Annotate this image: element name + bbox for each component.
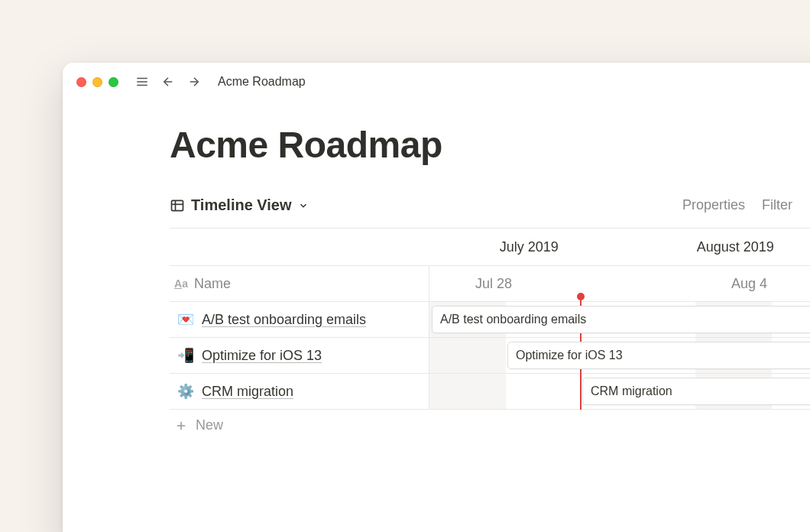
- weekend-shade: [429, 374, 506, 409]
- table-row[interactable]: 💌 A/B test onboarding emails A/B test on…: [170, 302, 810, 338]
- timeline-bar[interactable]: Optimize for iOS 13: [507, 342, 810, 369]
- row-name-cell[interactable]: 📲 Optimize for iOS 13: [170, 338, 429, 373]
- name-header-label: Name: [194, 276, 231, 292]
- weekend-shade: [429, 338, 506, 373]
- bar-label: CRM migration: [591, 384, 672, 398]
- plus-icon: [174, 419, 188, 433]
- row-timeline[interactable]: A/B test onboarding emails: [429, 302, 810, 337]
- row-title: Optimize for iOS 13: [202, 348, 322, 364]
- chevron-down-icon: [298, 200, 309, 211]
- back-button[interactable]: [158, 72, 178, 92]
- month-label: August 2019: [629, 239, 810, 255]
- hamburger-icon: [135, 75, 149, 89]
- breadcrumb[interactable]: Acme Roadmap: [218, 75, 306, 89]
- emoji-icon: 💌: [177, 311, 194, 328]
- row-name-cell[interactable]: ⚙️ CRM migration: [170, 374, 429, 409]
- row-timeline[interactable]: CRM migration: [429, 374, 810, 409]
- window-controls: [76, 77, 118, 87]
- bar-label: Optimize for iOS 13: [516, 349, 623, 362]
- emoji-icon: ⚙️: [177, 383, 194, 400]
- date-label: Jul 28: [475, 276, 512, 292]
- bar-label: A/B test onboarding emails: [440, 313, 586, 326]
- timeline-grid: Aa Name Jul 28 Aug 4 💌 A/B test onboardi…: [170, 265, 810, 433]
- close-icon[interactable]: [76, 77, 86, 87]
- month-header: July 2019 August 2019: [170, 229, 810, 265]
- date-label: Aug 4: [731, 276, 767, 292]
- page-title: Acme Roadmap: [170, 124, 810, 166]
- view-label: Timeline View: [191, 196, 292, 214]
- column-header-row: Aa Name Jul 28 Aug 4: [170, 265, 810, 302]
- row-name-cell[interactable]: 💌 A/B test onboarding emails: [170, 302, 429, 337]
- forward-button[interactable]: [184, 72, 204, 92]
- date-column-header: Jul 28 Aug 4: [429, 266, 810, 301]
- table-row[interactable]: 📲 Optimize for iOS 13 Optimize for iOS 1…: [170, 338, 810, 374]
- view-actions: Properties Filter Sort: [682, 197, 810, 213]
- month-label: July 2019: [429, 239, 629, 255]
- row-timeline[interactable]: Optimize for iOS 13: [429, 338, 810, 373]
- timeline-body: 💌 A/B test onboarding emails A/B test on…: [170, 302, 810, 410]
- maximize-icon[interactable]: [109, 77, 118, 87]
- page-content: Acme Roadmap Timeline View Properties Fi…: [63, 101, 810, 433]
- app-window: Acme Roadmap Acme Roadmap Timeline View …: [63, 63, 810, 532]
- text-property-icon: Aa: [174, 277, 188, 290]
- emoji-icon: 📲: [177, 347, 194, 364]
- view-toolbar: Timeline View Properties Filter Sort: [170, 196, 810, 214]
- minimize-icon[interactable]: [92, 77, 102, 87]
- menu-button[interactable]: [132, 72, 152, 92]
- properties-button[interactable]: Properties: [682, 197, 745, 213]
- name-column-header[interactable]: Aa Name: [170, 266, 429, 301]
- new-row-button[interactable]: New: [170, 410, 810, 433]
- view-switcher[interactable]: Timeline View: [170, 196, 309, 214]
- arrow-right-icon: [187, 75, 201, 89]
- filter-button[interactable]: Filter: [762, 197, 792, 213]
- timeline-bar[interactable]: A/B test onboarding emails: [432, 306, 810, 333]
- row-title: CRM migration: [202, 384, 293, 400]
- table-row[interactable]: ⚙️ CRM migration CRM migration: [170, 374, 810, 410]
- titlebar: Acme Roadmap: [63, 63, 810, 101]
- svg-rect-5: [172, 200, 183, 210]
- new-row-label: New: [196, 417, 223, 433]
- timeline-bar[interactable]: CRM migration: [582, 378, 810, 405]
- timeline-icon: [170, 198, 185, 213]
- arrow-left-icon: [161, 75, 175, 89]
- row-title: A/B test onboarding emails: [202, 312, 366, 328]
